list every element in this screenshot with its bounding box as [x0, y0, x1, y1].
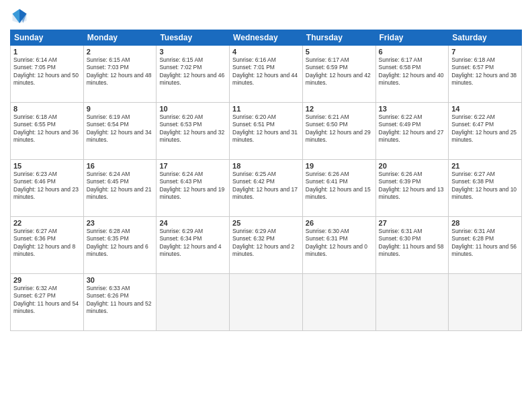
day-detail: Sunrise: 6:29 AMSunset: 6:32 PMDaylight:… — [232, 228, 300, 259]
day-detail: Sunrise: 6:17 AMSunset: 6:58 PMDaylight:… — [379, 56, 446, 87]
column-header-thursday: Thursday — [302, 30, 375, 46]
logo-icon — [10, 7, 29, 26]
day-number: 30 — [87, 276, 154, 284]
day-cell: 8 Sunrise: 6:18 AMSunset: 6:55 PMDayligh… — [11, 103, 84, 160]
day-detail: Sunrise: 6:20 AMSunset: 6:51 PMDaylight:… — [232, 113, 300, 144]
day-detail: Sunrise: 6:25 AMSunset: 6:42 PMDaylight:… — [232, 171, 300, 201]
day-detail: Sunrise: 6:29 AMSunset: 6:34 PMDaylight:… — [159, 228, 226, 259]
day-detail: Sunrise: 6:26 AMSunset: 6:39 PMDaylight:… — [379, 171, 446, 201]
day-detail: Sunrise: 6:30 AMSunset: 6:31 PMDaylight:… — [306, 228, 373, 259]
week-row-1: 1 Sunrise: 6:14 AMSunset: 7:05 PMDayligh… — [11, 46, 522, 103]
day-detail: Sunrise: 6:22 AMSunset: 6:49 PMDaylight:… — [379, 113, 446, 144]
day-number: 4 — [232, 48, 300, 56]
day-cell: 6 Sunrise: 6:17 AMSunset: 6:58 PMDayligh… — [375, 46, 449, 103]
day-number: 23 — [87, 219, 154, 227]
day-cell — [302, 274, 375, 331]
day-number: 11 — [232, 105, 300, 113]
column-header-tuesday: Tuesday — [157, 30, 230, 46]
day-number: 13 — [379, 105, 446, 113]
day-number: 27 — [379, 219, 446, 227]
day-cell: 23 Sunrise: 6:28 AMSunset: 6:35 PMDaylig… — [83, 217, 157, 274]
day-number: 15 — [13, 162, 81, 170]
day-detail: Sunrise: 6:24 AMSunset: 6:45 PMDaylight:… — [87, 171, 154, 201]
week-row-4: 22 Sunrise: 6:27 AMSunset: 6:36 PMDaylig… — [11, 217, 522, 274]
day-detail: Sunrise: 6:24 AMSunset: 6:43 PMDaylight:… — [159, 171, 226, 201]
day-cell: 28 Sunrise: 6:31 AMSunset: 6:28 PMDaylig… — [449, 217, 522, 274]
day-cell: 1 Sunrise: 6:14 AMSunset: 7:05 PMDayligh… — [11, 46, 84, 103]
day-detail: Sunrise: 6:20 AMSunset: 6:53 PMDaylight:… — [159, 113, 226, 144]
day-cell: 15 Sunrise: 6:23 AMSunset: 6:46 PMDaylig… — [11, 160, 84, 217]
day-cell: 7 Sunrise: 6:18 AMSunset: 6:57 PMDayligh… — [449, 46, 522, 103]
day-number: 14 — [451, 105, 519, 113]
day-cell — [230, 274, 303, 331]
week-row-3: 15 Sunrise: 6:23 AMSunset: 6:46 PMDaylig… — [11, 160, 522, 217]
day-detail: Sunrise: 6:16 AMSunset: 7:01 PMDaylight:… — [232, 56, 300, 87]
day-number: 9 — [87, 105, 154, 113]
header — [10, 7, 522, 26]
day-number: 17 — [159, 162, 226, 170]
day-number: 18 — [232, 162, 300, 170]
day-number: 3 — [159, 48, 226, 56]
day-detail: Sunrise: 6:18 AMSunset: 6:57 PMDaylight:… — [451, 56, 519, 87]
day-number: 12 — [306, 105, 373, 113]
day-number: 7 — [451, 48, 519, 56]
day-detail: Sunrise: 6:27 AMSunset: 6:36 PMDaylight:… — [13, 228, 81, 259]
day-detail: Sunrise: 6:26 AMSunset: 6:41 PMDaylight:… — [306, 171, 373, 201]
day-cell: 3 Sunrise: 6:15 AMSunset: 7:02 PMDayligh… — [157, 46, 230, 103]
day-detail: Sunrise: 6:14 AMSunset: 7:05 PMDaylight:… — [13, 56, 81, 87]
day-cell: 21 Sunrise: 6:27 AMSunset: 6:38 PMDaylig… — [449, 160, 522, 217]
day-number: 19 — [306, 162, 373, 170]
day-cell: 12 Sunrise: 6:21 AMSunset: 6:50 PMDaylig… — [302, 103, 375, 160]
day-number: 20 — [379, 162, 446, 170]
day-number: 1 — [13, 48, 81, 56]
column-header-friday: Friday — [375, 30, 449, 46]
day-number: 21 — [451, 162, 519, 170]
day-detail: Sunrise: 6:18 AMSunset: 6:55 PMDaylight:… — [13, 113, 81, 144]
column-header-sunday: Sunday — [11, 30, 84, 46]
day-detail: Sunrise: 6:32 AMSunset: 6:27 PMDaylight:… — [13, 285, 81, 316]
day-cell: 24 Sunrise: 6:29 AMSunset: 6:34 PMDaylig… — [157, 217, 230, 274]
week-row-5: 29 Sunrise: 6:32 AMSunset: 6:27 PMDaylig… — [11, 274, 522, 331]
day-cell — [157, 274, 230, 331]
day-cell: 18 Sunrise: 6:25 AMSunset: 6:42 PMDaylig… — [230, 160, 303, 217]
column-header-saturday: Saturday — [449, 30, 522, 46]
day-detail: Sunrise: 6:22 AMSunset: 6:47 PMDaylight:… — [451, 113, 519, 144]
day-cell: 2 Sunrise: 6:15 AMSunset: 7:03 PMDayligh… — [83, 46, 157, 103]
day-number: 24 — [159, 219, 226, 227]
day-number: 25 — [232, 219, 300, 227]
day-detail: Sunrise: 6:15 AMSunset: 7:02 PMDaylight:… — [159, 56, 226, 87]
day-number: 8 — [13, 105, 81, 113]
page: SundayMondayTuesdayWednesdayThursdayFrid… — [0, 0, 532, 411]
day-detail: Sunrise: 6:31 AMSunset: 6:28 PMDaylight:… — [451, 228, 519, 259]
day-cell: 22 Sunrise: 6:27 AMSunset: 6:36 PMDaylig… — [11, 217, 84, 274]
calendar-body: 1 Sunrise: 6:14 AMSunset: 7:05 PMDayligh… — [11, 46, 522, 331]
day-cell: 14 Sunrise: 6:22 AMSunset: 6:47 PMDaylig… — [449, 103, 522, 160]
day-detail: Sunrise: 6:19 AMSunset: 6:54 PMDaylight:… — [87, 113, 154, 144]
day-detail: Sunrise: 6:15 AMSunset: 7:03 PMDaylight:… — [87, 56, 154, 87]
day-detail: Sunrise: 6:21 AMSunset: 6:50 PMDaylight:… — [306, 113, 373, 144]
day-cell: 29 Sunrise: 6:32 AMSunset: 6:27 PMDaylig… — [11, 274, 84, 331]
day-cell: 19 Sunrise: 6:26 AMSunset: 6:41 PMDaylig… — [302, 160, 375, 217]
day-number: 10 — [159, 105, 226, 113]
logo — [10, 7, 32, 26]
day-number: 28 — [451, 219, 519, 227]
day-number: 29 — [13, 276, 81, 284]
day-detail: Sunrise: 6:23 AMSunset: 6:46 PMDaylight:… — [13, 171, 81, 201]
day-number: 2 — [87, 48, 154, 56]
week-row-2: 8 Sunrise: 6:18 AMSunset: 6:55 PMDayligh… — [11, 103, 522, 160]
day-cell: 13 Sunrise: 6:22 AMSunset: 6:49 PMDaylig… — [375, 103, 449, 160]
day-detail: Sunrise: 6:31 AMSunset: 6:30 PMDaylight:… — [379, 228, 446, 259]
day-cell: 10 Sunrise: 6:20 AMSunset: 6:53 PMDaylig… — [157, 103, 230, 160]
column-header-monday: Monday — [83, 30, 157, 46]
day-detail: Sunrise: 6:28 AMSunset: 6:35 PMDaylight:… — [87, 228, 154, 259]
day-cell — [449, 274, 522, 331]
day-cell: 27 Sunrise: 6:31 AMSunset: 6:30 PMDaylig… — [375, 217, 449, 274]
day-cell: 4 Sunrise: 6:16 AMSunset: 7:01 PMDayligh… — [230, 46, 303, 103]
day-cell: 20 Sunrise: 6:26 AMSunset: 6:39 PMDaylig… — [375, 160, 449, 217]
day-number: 22 — [13, 219, 81, 227]
day-detail: Sunrise: 6:17 AMSunset: 6:59 PMDaylight:… — [306, 56, 373, 87]
day-cell — [375, 274, 449, 331]
calendar-table: SundayMondayTuesdayWednesdayThursdayFrid… — [10, 30, 522, 331]
calendar-header-row: SundayMondayTuesdayWednesdayThursdayFrid… — [11, 30, 522, 46]
day-cell: 30 Sunrise: 6:33 AMSunset: 6:26 PMDaylig… — [83, 274, 157, 331]
